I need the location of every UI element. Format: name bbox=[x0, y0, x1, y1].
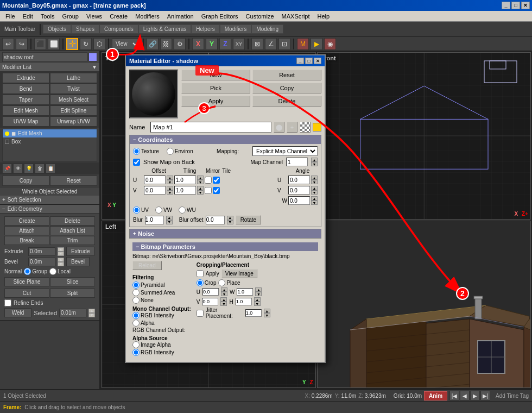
btn-uvw-map[interactable]: UVW Map bbox=[2, 116, 49, 127]
delete-btn-mat[interactable]: Delete bbox=[252, 96, 321, 107]
z-axis-btn[interactable]: Z bbox=[219, 38, 231, 50]
menu-modifiers[interactable]: Modifiers bbox=[132, 12, 163, 21]
local-radio[interactable] bbox=[49, 268, 56, 275]
render2-btn[interactable]: ◉ bbox=[324, 38, 336, 50]
w-angle-input[interactable] bbox=[288, 196, 310, 205]
u-angle-input[interactable] bbox=[288, 176, 310, 184]
unlink-btn[interactable]: ⛓ bbox=[160, 38, 172, 50]
lights-tab[interactable]: Lights & Cameras bbox=[138, 24, 191, 34]
split-btn[interactable]: Split bbox=[50, 289, 95, 298]
menu-views[interactable]: Views bbox=[83, 12, 105, 21]
jitter-input[interactable] bbox=[245, 309, 262, 317]
u-tiling-spin[interactable]: ▲ ▼ bbox=[197, 176, 204, 184]
copy-btn-mat[interactable]: Copy bbox=[252, 83, 321, 93]
bevel-input[interactable] bbox=[28, 258, 55, 266]
close-btn[interactable]: ✕ bbox=[521, 2, 530, 9]
mat-checker-btn[interactable] bbox=[300, 122, 311, 133]
edit-geometry-header[interactable]: − Edit Geometry bbox=[0, 205, 99, 214]
group-radio[interactable] bbox=[24, 268, 31, 275]
blur-spin[interactable]: ▲ ▼ bbox=[166, 216, 173, 224]
crop-radio[interactable] bbox=[197, 279, 204, 286]
rotate-btn[interactable]: ↻ bbox=[80, 38, 92, 50]
play-fwd-btn[interactable]: ▶ bbox=[470, 391, 480, 401]
reset-btn[interactable]: Reset bbox=[50, 176, 97, 186]
slice-btn[interactable]: Slice bbox=[50, 277, 95, 286]
map-channel-input[interactable] bbox=[286, 158, 308, 166]
menu-graph-editors[interactable]: Graph Editors bbox=[198, 12, 242, 21]
anim-button[interactable]: Anim bbox=[424, 391, 447, 401]
play-back-btn[interactable]: ◀ bbox=[460, 391, 470, 401]
blur-offset-spin[interactable]: ▲ ▼ bbox=[227, 216, 233, 224]
menu-file[interactable]: File bbox=[2, 12, 18, 21]
pick-btn[interactable]: Pick bbox=[181, 83, 250, 93]
stack-del-btn[interactable]: 🗑 bbox=[35, 164, 45, 173]
play-prev-btn[interactable]: |◀ bbox=[449, 391, 459, 401]
menu-group[interactable]: Group bbox=[59, 12, 82, 21]
maximize-btn[interactable]: □ bbox=[511, 2, 520, 9]
menu-tools[interactable]: Tools bbox=[37, 12, 58, 21]
snap-btn[interactable]: ⊠ bbox=[251, 38, 263, 50]
uv-radio[interactable] bbox=[133, 206, 140, 214]
u-offset-spin[interactable]: ▲ ▼ bbox=[167, 176, 173, 184]
snap-angle-btn[interactable]: ∠ bbox=[265, 38, 277, 50]
dialog-maximize[interactable]: □ bbox=[305, 58, 313, 64]
view-image-btn[interactable]: View Image bbox=[221, 269, 257, 278]
v-mirror-check[interactable] bbox=[205, 187, 212, 194]
refine-ends-check[interactable] bbox=[4, 299, 11, 306]
apply-btn[interactable]: Apply bbox=[181, 96, 250, 107]
shapes-tab[interactable]: Shapes bbox=[71, 24, 99, 34]
menu-customize[interactable]: Customize bbox=[243, 12, 277, 21]
mat-color-swatch[interactable] bbox=[313, 123, 321, 132]
environ-radio[interactable] bbox=[167, 148, 174, 155]
jitter-check[interactable] bbox=[197, 310, 204, 317]
wu-radio[interactable] bbox=[179, 206, 186, 214]
u-offset-input[interactable] bbox=[144, 176, 166, 184]
btn-lathe[interactable]: Lathe bbox=[50, 73, 97, 83]
h-crop-input[interactable] bbox=[236, 298, 252, 305]
slice-plane-btn[interactable]: Slice Plane bbox=[4, 277, 49, 286]
attach-list-btn[interactable]: Attach List bbox=[50, 226, 95, 235]
add-time-tag[interactable]: Add Time Tag bbox=[496, 393, 529, 399]
h-crop-spin[interactable]: ▲ ▼ bbox=[254, 297, 261, 306]
attach-btn[interactable]: Attach bbox=[4, 226, 49, 235]
modeling-tab[interactable]: Modeling bbox=[251, 24, 283, 34]
reload-btn[interactable]: Reload bbox=[132, 261, 162, 270]
v-crop-input[interactable] bbox=[202, 298, 218, 305]
extrude-input[interactable] bbox=[28, 247, 55, 256]
object-name-input[interactable] bbox=[2, 52, 87, 62]
compounds-tab[interactable]: Compounds bbox=[99, 24, 138, 34]
create-btn[interactable]: Create bbox=[4, 216, 49, 226]
v-offset-spin[interactable]: ▲ ▼ bbox=[167, 186, 173, 195]
objects-tab[interactable]: Objects bbox=[43, 24, 71, 34]
copy-btn[interactable]: Copy bbox=[2, 176, 49, 186]
u-angle-spin[interactable]: ▲ ▼ bbox=[311, 176, 318, 184]
select-region-btn[interactable]: ⬜ bbox=[48, 38, 60, 50]
color-swatch[interactable] bbox=[88, 53, 97, 61]
place-radio[interactable] bbox=[218, 279, 225, 286]
w-crop-input[interactable] bbox=[237, 288, 253, 296]
stack-copy-btn[interactable]: 📋 bbox=[46, 164, 55, 173]
u-crop-spin[interactable]: ▲ ▼ bbox=[221, 287, 227, 296]
btn-taper[interactable]: Taper bbox=[2, 95, 49, 105]
play-next-btn[interactable]: ▶| bbox=[480, 391, 490, 401]
y-axis-btn[interactable]: Y bbox=[206, 38, 218, 50]
view-select[interactable]: View World Local bbox=[112, 39, 140, 49]
btn-unwrap-uvw[interactable]: Unwrap UVW bbox=[50, 116, 97, 127]
alpha-radio[interactable] bbox=[132, 320, 140, 327]
link-btn[interactable]: 🔗 bbox=[147, 38, 159, 50]
menu-animation[interactable]: Animation bbox=[164, 12, 197, 21]
pyramidal-radio[interactable] bbox=[132, 281, 140, 289]
bevel-arrows[interactable]: ▲ ▼ bbox=[58, 258, 64, 266]
render-btn[interactable]: ▶ bbox=[311, 38, 322, 50]
v-tiling-input[interactable] bbox=[174, 186, 196, 195]
none-radio[interactable] bbox=[132, 297, 140, 304]
btn-edit-spline[interactable]: Edit Spline bbox=[50, 105, 97, 116]
btn-mesh-select[interactable]: Mesh Select bbox=[50, 95, 97, 105]
image-alpha-radio[interactable] bbox=[132, 341, 140, 348]
btn-bend[interactable]: Bend bbox=[2, 84, 49, 94]
viewport-perspective[interactable]: User bbox=[317, 221, 531, 388]
btn-extrude[interactable]: Extrude bbox=[2, 73, 49, 83]
v-angle-input[interactable] bbox=[288, 186, 310, 195]
trim-btn[interactable]: Trim bbox=[50, 236, 95, 245]
menu-maxscript[interactable]: MAXScript bbox=[278, 12, 313, 21]
